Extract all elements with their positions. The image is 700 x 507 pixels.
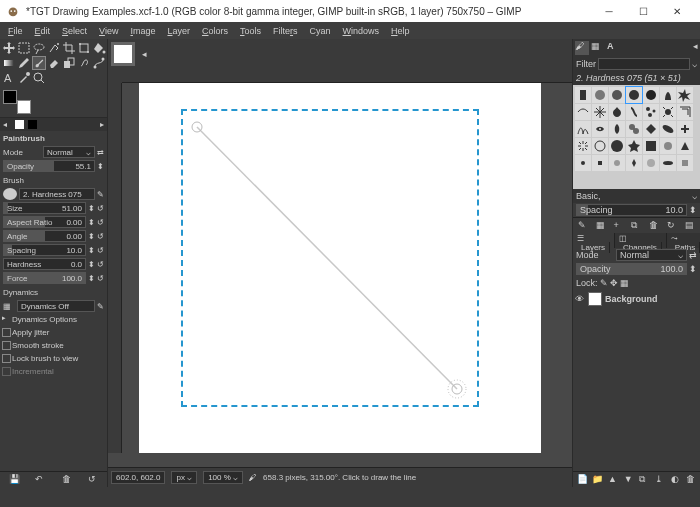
delete-icon[interactable]: 🗑 (62, 474, 72, 484)
menu-filters[interactable]: Filters (267, 25, 304, 37)
menu-help[interactable]: Help (385, 25, 416, 37)
new-group-icon[interactable]: 📁 (592, 474, 602, 484)
raise-layer-icon[interactable]: ▲ (608, 474, 618, 484)
aspect-slider[interactable]: Aspect Ratio0.00 (3, 216, 86, 228)
layer-mode-select[interactable]: Normal⌵ (616, 249, 687, 261)
tool-paintbrush[interactable] (32, 56, 46, 70)
smooth-stroke-check[interactable]: Smooth stroke (0, 339, 107, 352)
close-button[interactable]: ✕ (660, 0, 694, 22)
menu-file[interactable]: File (2, 25, 29, 37)
force-slider[interactable]: Force100.0 (3, 272, 86, 284)
tool-rect-select[interactable] (17, 41, 31, 55)
ruler-vertical[interactable] (108, 83, 122, 453)
mode-select[interactable]: Normal⌵ (43, 146, 95, 158)
apply-jitter-check[interactable]: Apply jitter (0, 326, 107, 339)
brush-spacing-slider[interactable]: Spacing10.0 (576, 204, 687, 216)
tool-bucket[interactable] (92, 41, 106, 55)
menu-edit[interactable]: Edit (29, 25, 57, 37)
hardness-slider[interactable]: Hardness0.0 (3, 258, 86, 270)
brush-name[interactable]: 2. Hardness 075 (19, 188, 95, 200)
lock-position-icon[interactable]: ✥ (610, 278, 618, 288)
image-tab[interactable] (111, 42, 135, 66)
maximize-button[interactable]: ☐ (626, 0, 660, 22)
size-slider[interactable]: Size51.00 (3, 202, 86, 214)
restore-icon[interactable]: ↶ (35, 474, 45, 484)
brushes-tab-icon[interactable]: 🖌 (575, 41, 589, 55)
brush-preview-icon[interactable] (3, 188, 17, 200)
lock-brush-check[interactable]: Lock brush to view (0, 352, 107, 365)
tool-clone[interactable] (62, 56, 76, 70)
mask-icon[interactable]: ◐ (671, 474, 681, 484)
ruler-horizontal[interactable] (122, 69, 572, 83)
tool-transform[interactable] (77, 41, 91, 55)
incremental-check[interactable]: Incremental (0, 365, 107, 378)
menu-bar: File Edit Select View Image Layer Colors… (0, 22, 700, 39)
canvas[interactable] (139, 83, 541, 453)
opacity-slider[interactable]: Opacity55.1 (3, 160, 95, 172)
tab-layers[interactable]: ☰ Layers (573, 233, 615, 248)
reset-icon[interactable]: ↺ (88, 474, 98, 484)
visibility-icon[interactable]: 👁 (575, 294, 585, 304)
background-color[interactable] (17, 100, 31, 114)
lower-layer-icon[interactable]: ▼ (624, 474, 634, 484)
tool-zoom[interactable] (32, 71, 46, 85)
brush-category[interactable]: Basic, (576, 191, 601, 201)
tab-channels[interactable]: ◫ Channels (615, 233, 667, 248)
tool-text[interactable]: A (2, 71, 16, 85)
mode-swap-icon[interactable]: ⇄ (97, 148, 104, 157)
delete-layer-icon[interactable]: 🗑 (686, 474, 696, 484)
svg-point-24 (612, 90, 622, 100)
tool-move[interactable] (2, 41, 16, 55)
tool-gradient[interactable] (2, 56, 16, 70)
brush-grid[interactable] (573, 85, 700, 189)
tool-free-select[interactable] (32, 41, 46, 55)
svg-point-7 (79, 43, 81, 45)
new-layer-icon[interactable]: 📄 (577, 474, 587, 484)
tab-menu-icon[interactable]: ◂ (137, 42, 151, 66)
layer-opacity-slider[interactable]: Opacity100.0 (576, 263, 687, 275)
menu-tools[interactable]: Tools (234, 25, 267, 37)
canvas-viewport[interactable] (122, 83, 558, 453)
tool-pencil[interactable] (17, 56, 31, 70)
menu-cyan[interactable]: Cyan (304, 25, 337, 37)
tool-crop[interactable] (62, 41, 76, 55)
patterns-tab-icon[interactable]: ▦ (591, 41, 605, 55)
lock-alpha-icon[interactable]: ▦ (620, 278, 629, 288)
foreground-color[interactable] (3, 90, 17, 104)
image-area: ◂ 602.0, 602.0 px ⌵ 100 (108, 39, 572, 487)
svg-rect-48 (598, 161, 602, 165)
tool-smudge[interactable] (77, 56, 91, 70)
tool-path[interactable] (92, 56, 106, 70)
svg-point-14 (102, 58, 105, 61)
tool-fuzzy-select[interactable] (47, 41, 61, 55)
filter-input[interactable] (598, 58, 690, 70)
layer-thumbnail (588, 292, 602, 306)
lock-pixels-icon[interactable]: ✎ (600, 278, 608, 288)
menu-colors[interactable]: Colors (196, 25, 234, 37)
fonts-tab-icon[interactable]: A (607, 41, 621, 55)
menu-windows[interactable]: Windows (337, 25, 386, 37)
tool-picker[interactable] (17, 71, 31, 85)
angle-slider[interactable]: Angle0.00 (3, 230, 86, 242)
merge-down-icon[interactable]: ⤓ (655, 474, 665, 484)
tool-eraser[interactable] (47, 56, 61, 70)
color-swatches[interactable] (3, 90, 31, 114)
dynamics-select[interactable]: Dynamics Off (17, 300, 95, 312)
dynamics-options[interactable]: Dynamics Options (0, 313, 107, 326)
layer-name[interactable]: Background (605, 294, 658, 304)
status-zoom[interactable]: 100 % ⌵ (203, 471, 243, 484)
brush-edit-icon[interactable]: ✎ (97, 190, 104, 199)
menu-layer[interactable]: Layer (161, 25, 196, 37)
spacing-slider[interactable]: Spacing10.0 (3, 244, 86, 256)
status-unit[interactable]: px ⌵ (171, 471, 197, 484)
save-icon[interactable]: 💾 (9, 474, 19, 484)
layer-row[interactable]: 👁 Background (573, 290, 700, 308)
menu-image[interactable]: Image (124, 25, 161, 37)
svg-point-51 (663, 161, 673, 165)
duplicate-layer-icon[interactable]: ⧉ (639, 474, 649, 484)
menu-select[interactable]: Select (56, 25, 93, 37)
tab-paths[interactable]: ⤳ Paths (667, 233, 700, 248)
menu-view[interactable]: View (93, 25, 124, 37)
minimize-button[interactable]: ─ (592, 0, 626, 22)
filter-label: Filter (576, 59, 596, 69)
